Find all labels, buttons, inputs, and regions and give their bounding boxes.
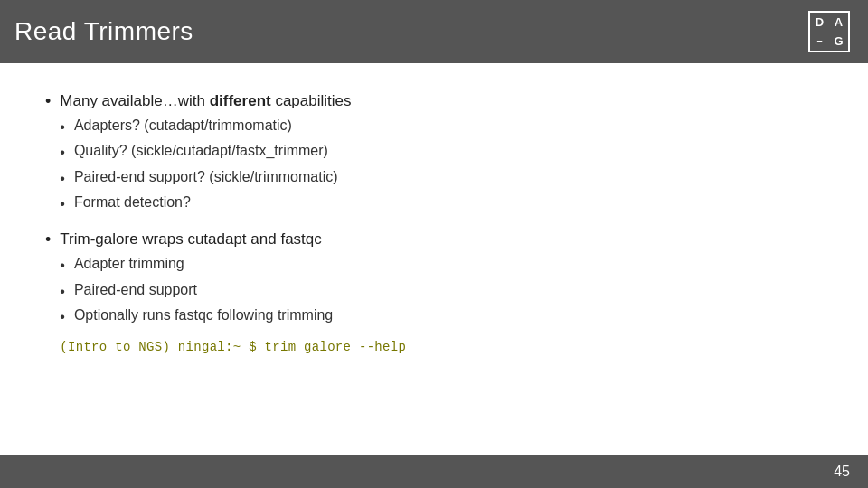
slide: Read Trimmers D A – G • Many available…w…	[0, 0, 868, 488]
bullet-text-1: Many available…with different capabiliti…	[60, 92, 351, 109]
sub-item-1-1: • Adapters? (cutadapt/trimmomatic)	[60, 117, 351, 137]
bullet-item-2: • Trim-galore wraps cutadapt and fastqc …	[45, 229, 823, 354]
logo-a: A	[829, 13, 848, 32]
sub-dot-1-2: •	[60, 143, 65, 163]
sub-item-2-3: • Optionally runs fastqc following trimm…	[60, 307, 406, 327]
sub-list-2: • Adapter trimming • Paired-end support …	[60, 256, 406, 327]
dag-logo: D A – G	[808, 11, 850, 52]
sub-text-2-3: Optionally runs fastqc following trimmin…	[74, 307, 333, 324]
logo-g: G	[829, 32, 848, 51]
bullet-content-2: Trim-galore wraps cutadapt and fastqc • …	[60, 229, 406, 354]
bullet-text-2: Trim-galore wraps cutadapt and fastqc	[60, 230, 321, 248]
slide-title: Read Trimmers	[14, 17, 193, 46]
logo-dash: –	[810, 32, 829, 51]
sub-dot-1-1: •	[60, 117, 65, 137]
sub-text-1-3: Paired-end support? (sickle/trimmomatic)	[74, 169, 338, 185]
bullet-dot-2: •	[45, 229, 51, 251]
sub-list-1: • Adapters? (cutadapt/trimmomatic) • Qua…	[60, 117, 351, 215]
sub-text-1-1: Adapters? (cutadapt/trimmomatic)	[74, 117, 292, 134]
sub-dot-2-1: •	[60, 256, 65, 276]
sub-item-1-4: • Format detection?	[60, 194, 351, 214]
sub-dot-2-3: •	[60, 307, 65, 327]
sub-item-1-2: • Quality? (sickle/cutadapt/fastx_trimme…	[60, 143, 351, 163]
sub-text-1-2: Quality? (sickle/cutadapt/fastx_trimmer)	[74, 143, 328, 159]
header: Read Trimmers D A – G	[0, 0, 868, 63]
main-bullet-list: • Many available…with different capabili…	[45, 90, 823, 354]
sub-dot-1-3: •	[60, 169, 65, 189]
sub-text-1-4: Format detection?	[74, 194, 191, 211]
bullet-dot-1: •	[45, 90, 51, 113]
bullet-item-1: • Many available…with different capabili…	[45, 90, 823, 220]
slide-number: 45	[834, 464, 850, 480]
slide-content: • Many available…with different capabili…	[0, 63, 868, 381]
sub-dot-2-2: •	[60, 282, 65, 302]
sub-text-2-1: Adapter trimming	[74, 256, 184, 272]
logo-d: D	[810, 13, 829, 32]
sub-item-2-2: • Paired-end support	[60, 282, 406, 302]
sub-text-2-2: Paired-end support	[74, 282, 197, 298]
sub-item-1-3: • Paired-end support? (sickle/trimmomati…	[60, 169, 351, 189]
bold-different: different	[210, 92, 271, 109]
footer: 45	[0, 455, 868, 488]
sub-dot-1-4: •	[60, 194, 65, 214]
sub-item-2-1: • Adapter trimming	[60, 256, 406, 276]
bullet-content-1: Many available…with different capabiliti…	[60, 90, 351, 220]
code-line: (Intro to NGS) ningal:~ $ trim_galore --…	[60, 340, 406, 354]
